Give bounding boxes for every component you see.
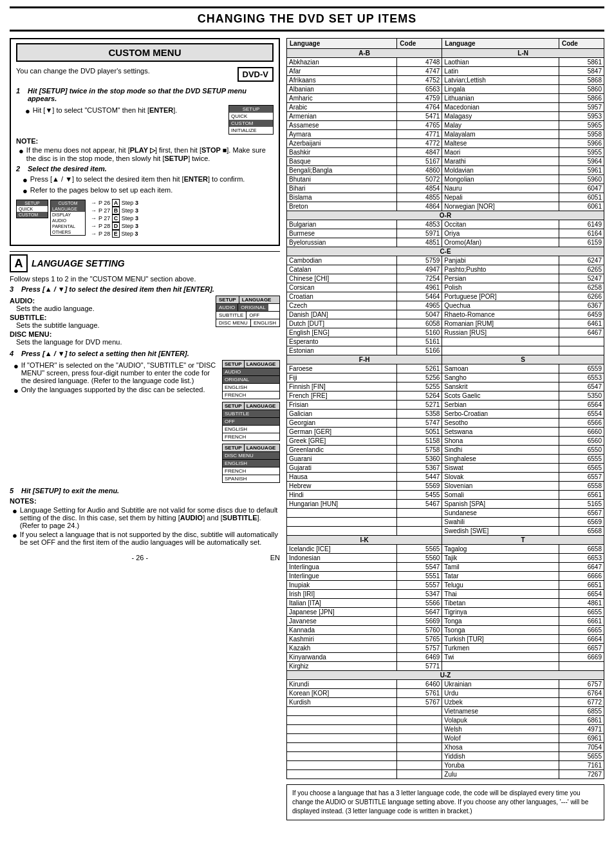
bullet-step2b: ● Refer to the pages below to set up eac…: [23, 186, 274, 196]
audio-desc: Sets the audio language.: [16, 305, 212, 312]
disc-menu-label: DISC MENU:: [10, 330, 212, 338]
note-label: NOTE:: [16, 137, 274, 145]
table-row: Zulu7267: [287, 770, 604, 779]
table-row: Korean [KOR]5761Urdu6764: [287, 689, 604, 698]
bullet-icon2: ●: [23, 175, 28, 185]
section-ce-label: C-E: [287, 247, 604, 256]
bullet-step2a-text: Press [▲ / ▼] to select the desired item…: [30, 175, 245, 183]
table-row: Afar4747Latin5847: [287, 67, 604, 76]
note-a1: ● Language Setting for Audio and Subtitl…: [12, 506, 280, 529]
table-row: Czech4965Quechua6367: [287, 301, 604, 310]
table-row: Irish [IRI]5347Thai6654: [287, 590, 604, 599]
bullet-icon: ●: [25, 106, 30, 116]
table-row: Kurdish5767Uzbek6772: [287, 698, 604, 707]
table-row: Afrikaans4752Latvian;Lettish5868: [287, 76, 604, 85]
note-1: ● If the menu does not appear, hit [PLAY…: [19, 146, 274, 162]
table-row: Albanian6563Lingala5860: [287, 85, 604, 94]
table-row: Xhosa7054: [287, 743, 604, 752]
setup-initialize: INITIALIZE: [229, 127, 273, 134]
table-row: Corsican4961Polish6258: [287, 283, 604, 292]
section-fh-s: F-H S: [287, 355, 604, 364]
table-row: Kashmiri5765Turkish [TUR]6664: [287, 635, 604, 644]
table-row: Gujarati5367Siswat6565: [287, 464, 604, 473]
step-1-row: 1 Hit [SETUP] twice in the stop mode so …: [16, 87, 274, 102]
table-row: Basque5167Marathi5964: [287, 157, 604, 166]
table-row: Estonian5166: [287, 346, 604, 355]
bullet-step2a: ● Press [▲ / ▼] to select the desired it…: [23, 175, 274, 185]
custom-menu-title: CUSTOM MENU: [16, 43, 274, 62]
bullet-4b: ●: [14, 386, 19, 395]
arrow-row-3: → P 27 C Step 3: [91, 215, 138, 222]
arrow-list: → P 26 A Step 3 → P 27 B Step 3 → P 27 C…: [91, 200, 138, 237]
right-column: Language Code Language Code A-B L-N Abkh…: [286, 38, 604, 820]
arrow-4: →: [91, 223, 97, 229]
audio-setup-diagram: SETUP LANGUAGE AUDIO ORIGINAL SUBTITLE O…: [216, 296, 280, 327]
col-lang1: Language: [287, 39, 397, 49]
section-uz: U-Z: [287, 671, 604, 680]
diag2: SETUP LANGUAGE SUBTITLE OFF ENGLISH FREN…: [222, 402, 280, 441]
audio-row: AUDIO: Sets the audio language. SUBTITLE…: [10, 296, 280, 347]
table-row: Breton4864Norwegian [NOR]6061: [287, 202, 604, 211]
table-row: Fiji5256Sangho6553: [287, 373, 604, 382]
note-bullet-1: ●: [19, 146, 24, 156]
arrow-1: →: [91, 200, 97, 206]
table-row: Interlingue5551Tatar6666: [287, 572, 604, 581]
arrow-row-2: → P 27 B Step 3: [91, 207, 138, 214]
section-ab: A-B: [287, 49, 442, 58]
table-row: French [FRE]5264Scots Gaelic5350: [287, 392, 604, 401]
step-2-row: 2 Select the desired item.: [16, 165, 274, 173]
table-row: Bislama4855Nepali6051: [287, 193, 604, 202]
note-a2-text: If you select a language that is not sup…: [20, 531, 280, 546]
page-e: P 28 E Step 3: [98, 231, 138, 237]
step-1-text: Hit [SETUP] twice in the stop mode so th…: [28, 87, 274, 102]
col-code2: Code: [559, 39, 604, 49]
table-row: Yiddish5655: [287, 752, 604, 761]
table-row: Abkhazian4748Laothian5861: [287, 58, 604, 67]
table-row: Interlingua5547Tamil6647: [287, 563, 604, 572]
page-b: P 27 B Step 3: [98, 207, 138, 214]
table-row: Kirundi6460Ukrainian6757: [287, 680, 604, 689]
audio-label: AUDIO:: [10, 297, 212, 305]
notes-label: NOTES:: [10, 497, 280, 505]
table-row: Guarani5360Singhalese6555: [287, 455, 604, 464]
bottom-note-text: If you choose a language that has a 3 le…: [292, 789, 588, 815]
step-3-num: 3: [10, 285, 19, 293]
page-c: P 27 C Step 3: [98, 215, 138, 222]
subtitle-label: SUBTITLE:: [10, 314, 212, 321]
step-3-text: Press [▲ / ▼] to select the desired item…: [21, 285, 214, 293]
section-or: O-R: [287, 211, 604, 220]
table-row: Icelandic [ICE]5565Tagalog6658: [287, 545, 604, 554]
bullet-step1-text: Hit [▼] to select "CUSTOM" then hit [ENT…: [33, 106, 178, 114]
step-4-text: Press [▲ / ▼] to select a setting then h…: [21, 350, 189, 357]
table-row: Swedish [SWE]6568: [287, 527, 604, 536]
section-a-intro: Follow steps 1 to 2 in the "CUSTOM MENU"…: [10, 275, 280, 283]
table-row: Finnish [FIN]5255Sanskrit6547: [287, 382, 604, 392]
step-3-row: 3 Press [▲ / ▼] to select the desired it…: [10, 285, 280, 293]
note-a1-text: Language Setting for Audio and Subtitle …: [20, 506, 280, 529]
step-4-row: 4 Press [▲ / ▼] to select a setting then…: [10, 350, 280, 357]
arrow-row-4: → P 28 D Step 3: [91, 223, 138, 229]
table-row: Italian [ITA]5566Tibetan4861: [287, 599, 604, 608]
note-1-text: If the menu does not appear, hit [PLAY ▷…: [26, 146, 274, 162]
table-row: Kazakh5757Turkmen6657: [287, 644, 604, 653]
table-row: Georgian5747Sesotho6566: [287, 419, 604, 428]
page-title: CHANGING THE DVD SET UP ITEMS: [10, 6, 604, 32]
step-4-num: 4: [10, 350, 19, 357]
step-5-row: 5 Hit [SETUP] to exit the menu.: [10, 487, 280, 495]
table-row: Hindi5455Somali6561: [287, 491, 604, 500]
table-row: Swahili6569: [287, 518, 604, 527]
table-row: Sundanese6567: [287, 509, 604, 518]
table-row: Welsh4971: [287, 725, 604, 734]
section-ln: L-N: [442, 49, 604, 58]
table-row: Catalan4947Pashto;Pushto6265: [287, 265, 604, 274]
table-row: Azerbaijani4772Maltese5966: [287, 139, 604, 148]
section-ik: I-K: [287, 536, 442, 545]
page-d: P 28 D Step 3: [98, 223, 138, 229]
section-a-title-text: LANGUAGE SETTING: [32, 258, 125, 269]
col-code1: Code: [397, 39, 442, 49]
section-ab-ln: A-B L-N: [287, 49, 604, 58]
step-5-text: Hit [SETUP] to exit the menu.: [21, 487, 119, 495]
step-2-num: 2: [16, 165, 25, 173]
table-row: Greek [GRE]5158Shona6560: [287, 437, 604, 446]
note-a2: ● If you select a language that is not s…: [12, 531, 280, 546]
